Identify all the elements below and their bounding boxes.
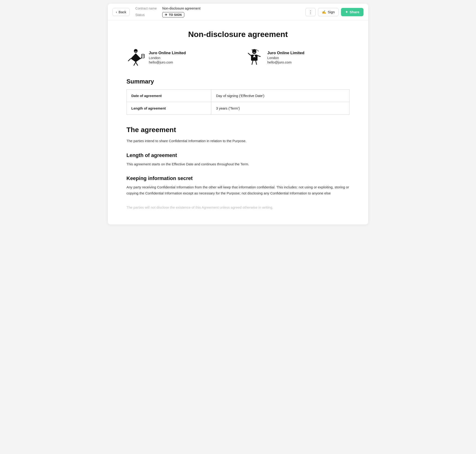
back-label: Back [119, 10, 126, 14]
more-icon: ⋮ [308, 10, 312, 15]
main-section-intro: The parties intend to share Confidential… [126, 138, 350, 144]
parties-section: Juro Online Limited London hello@juro.co… [126, 48, 350, 67]
status-row: Status ✈ TO SIGN [135, 12, 305, 17]
svg-rect-4 [141, 54, 144, 58]
share-icon: ✦ [345, 10, 348, 14]
party-1: Juro Online Limited London hello@juro.co… [126, 48, 231, 67]
more-options-button[interactable]: ⋮ [305, 8, 316, 16]
summary-key: Date of agreement [127, 90, 211, 102]
party-1-info: Juro Online Limited London hello@juro.co… [149, 51, 186, 64]
summary-key: Length of agreement [127, 102, 211, 115]
header: ‹ Back Contract name Non-disclosure agre… [108, 4, 368, 21]
faded-text: The parties will not disclose the existe… [126, 204, 350, 211]
party-1-name: Juro Online Limited [149, 51, 186, 55]
party-1-location: London [149, 56, 186, 60]
svg-line-16 [258, 56, 260, 57]
header-actions: ⋮ ✍ Sign ✦ Share [305, 8, 364, 16]
section-title-0: Length of agreement [126, 152, 350, 158]
contract-name-value: Non-disclosure agreement [162, 7, 200, 10]
contract-name-row: Contract name Non-disclosure agreement [135, 7, 305, 10]
app-container: ‹ Back Contract name Non-disclosure agre… [108, 4, 368, 224]
sign-button[interactable]: ✍ Sign [318, 8, 339, 16]
party-2-info: Juro Online Limited London hello@juro.co… [267, 51, 305, 64]
header-meta: Contract name Non-disclosure agreement S… [135, 7, 305, 17]
main-section-title: The agreement [126, 126, 350, 134]
summary-table: Date of agreementDay of signing ('Effect… [126, 89, 350, 115]
back-button[interactable]: ‹ Back [112, 8, 130, 16]
party-1-icon [126, 48, 145, 67]
svg-line-15 [248, 53, 251, 56]
party-2-email: hello@juro.com [267, 60, 305, 64]
share-label: Share [350, 10, 359, 14]
party-2-name: Juro Online Limited [267, 51, 305, 55]
status-label: Status [135, 13, 158, 17]
svg-marker-1 [131, 53, 141, 62]
agreement-section-1: Keeping information secretAny party rece… [126, 175, 350, 196]
section-text-0: This agreement starts on the Effective D… [126, 161, 350, 167]
send-icon: ✈ [165, 13, 167, 16]
summary-value: 3 years ('Term') [211, 102, 350, 115]
svg-line-2 [128, 59, 131, 61]
summary-row: Date of agreementDay of signing ('Effect… [127, 90, 350, 102]
status-value: TO SIGN [169, 13, 182, 16]
status-badge: ✈ TO SIGN [162, 12, 184, 17]
back-arrow-icon: ‹ [116, 10, 117, 14]
document-title: Non-disclosure agreement [126, 30, 350, 39]
party-2: Juro Online Limited London hello@juro.co… [245, 48, 350, 67]
agreement-section-0: Length of agreementThis agreement starts… [126, 152, 350, 167]
party-2-icon [245, 48, 264, 67]
section-text-1: Any party receiving Confidential Informa… [126, 184, 350, 196]
agreement-sections: Length of agreementThis agreement starts… [126, 152, 350, 196]
section-title-1: Keeping information secret [126, 175, 350, 182]
party-2-location: London [267, 56, 305, 60]
sign-icon: ✍ [322, 10, 326, 14]
svg-marker-11 [251, 49, 258, 50]
share-button[interactable]: ✦ Share [341, 8, 364, 16]
svg-line-8 [136, 62, 138, 65]
summary-value: Day of signing ('Effective Date') [211, 90, 350, 102]
svg-line-17 [252, 61, 253, 64]
svg-line-7 [134, 62, 136, 65]
party-1-email: hello@juro.com [149, 60, 186, 64]
document-area: Non-disclosure agreement [108, 21, 368, 224]
summary-title: Summary [126, 78, 350, 85]
summary-row: Length of agreement3 years ('Term') [127, 102, 350, 115]
svg-line-18 [256, 61, 257, 64]
svg-line-12 [258, 50, 259, 51]
svg-point-0 [134, 49, 138, 53]
contract-name-label: Contract name [135, 7, 158, 10]
sign-label: Sign [328, 10, 335, 14]
